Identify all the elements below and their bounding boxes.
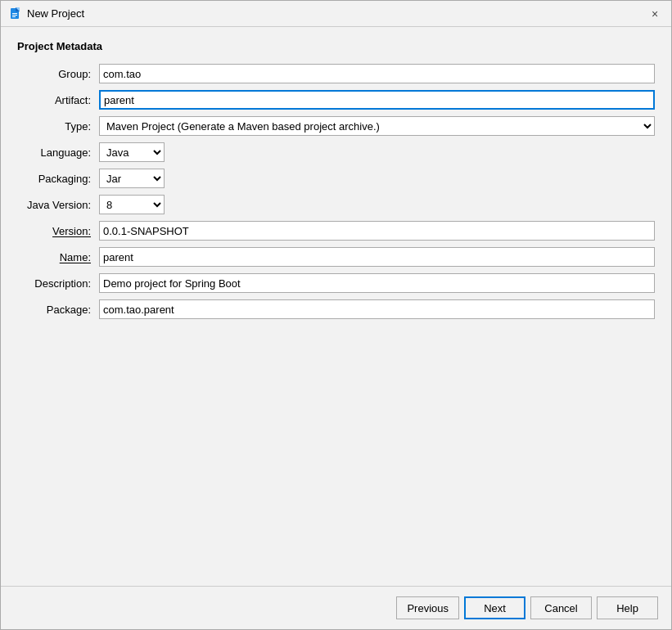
type-select[interactable]: Maven Project (Generate a Maven based pr…	[99, 116, 655, 136]
title-bar-left: New Project	[9, 7, 84, 20]
package-label: Package:	[17, 304, 99, 316]
next-button[interactable]: Next	[464, 596, 525, 619]
dialog-footer: Previous Next Cancel Help	[1, 586, 671, 629]
new-project-dialog: New Project × Project Metadata Group: Ar…	[0, 0, 672, 630]
name-label: Name:	[17, 251, 99, 263]
language-label: Language:	[17, 146, 99, 159]
java-version-select[interactable]: 8 11 17	[99, 195, 165, 214]
packaging-select[interactable]: Jar War	[99, 169, 165, 188]
description-input[interactable]	[99, 273, 655, 293]
version-label: Version:	[17, 225, 99, 237]
artifact-row: Artifact:	[17, 90, 655, 110]
name-row: Name:	[17, 247, 655, 267]
cancel-button[interactable]: Cancel	[530, 596, 592, 619]
packaging-row: Packaging: Jar War	[17, 169, 655, 188]
java-version-label: Java Version:	[17, 199, 99, 211]
dialog-title: New Project	[27, 7, 84, 20]
language-select[interactable]: Java Kotlin Groovy	[99, 142, 165, 162]
title-bar: New Project ×	[1, 1, 671, 27]
type-label: Type:	[17, 120, 99, 133]
version-row: Version:	[17, 221, 655, 241]
svg-rect-4	[12, 15, 17, 16]
svg-rect-3	[12, 13, 17, 14]
package-row: Package:	[17, 299, 655, 319]
group-row: Group:	[17, 64, 655, 83]
type-row: Type: Maven Project (Generate a Maven ba…	[17, 116, 655, 136]
svg-rect-5	[12, 16, 16, 17]
close-button[interactable]: ×	[647, 6, 663, 22]
section-title: Project Metadata	[17, 40, 655, 52]
language-row: Language: Java Kotlin Groovy	[17, 142, 655, 162]
dialog-body: Project Metadata Group: Artifact: Type: …	[1, 27, 671, 586]
packaging-label: Packaging:	[17, 173, 99, 185]
package-input[interactable]	[99, 299, 655, 319]
help-button[interactable]: Help	[597, 596, 658, 619]
description-row: Description:	[17, 273, 655, 293]
type-select-wrapper: Maven Project (Generate a Maven based pr…	[99, 116, 655, 136]
previous-button[interactable]: Previous	[396, 596, 459, 619]
group-input[interactable]	[99, 64, 655, 83]
artifact-input[interactable]	[99, 90, 655, 110]
name-input[interactable]	[99, 247, 655, 267]
version-input[interactable]	[99, 221, 655, 241]
artifact-label: Artifact:	[17, 94, 99, 106]
new-project-icon	[9, 7, 22, 20]
java-version-row: Java Version: 8 11 17	[17, 195, 655, 214]
group-label: Group:	[17, 68, 99, 80]
description-label: Description:	[17, 277, 99, 290]
